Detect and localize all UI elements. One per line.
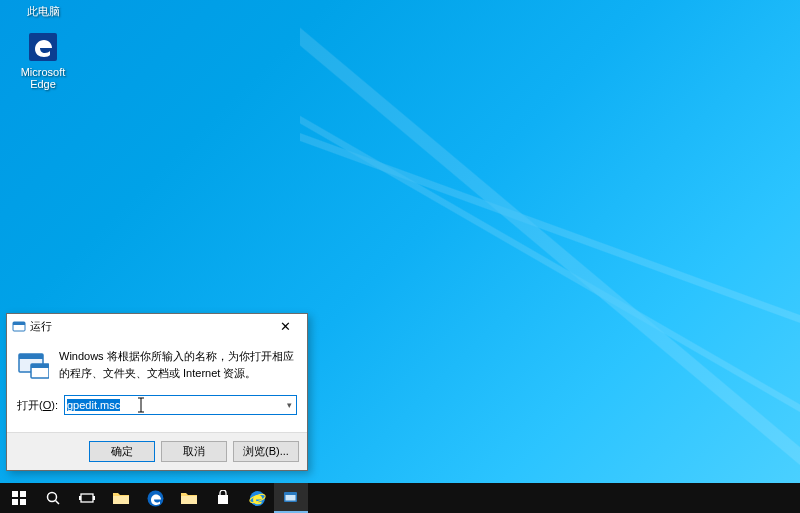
run-footer: 确定 取消 浏览(B)... (7, 432, 307, 470)
desktop-icon-edge[interactable]: Microsoft Edge (6, 30, 80, 90)
wallpaper-rays (300, 0, 800, 473)
svg-rect-12 (12, 499, 18, 505)
svg-line-15 (55, 500, 59, 504)
taskbar-running-run[interactable] (274, 483, 308, 513)
taskbar-edge[interactable] (138, 483, 172, 513)
taskbar-ie[interactable] (240, 483, 274, 513)
run-description: Windows 将根据你所输入的名称，为你打开相应的程序、文件夹、文档或 Int… (59, 348, 297, 381)
folder-icon (180, 491, 198, 505)
taskbar-folder2[interactable] (172, 483, 206, 513)
svg-rect-11 (20, 491, 26, 497)
close-button[interactable]: ✕ (268, 315, 302, 337)
svg-rect-10 (12, 491, 18, 497)
desktop-icon-thispc[interactable]: 此电脑 (6, 0, 80, 19)
edge-icon (26, 30, 60, 64)
desktop-icon-label: 此电脑 (27, 5, 60, 17)
text-cursor-icon (137, 397, 146, 413)
taskview-icon (79, 491, 95, 505)
svg-rect-9 (31, 364, 49, 368)
svg-rect-18 (93, 496, 95, 500)
open-combobox[interactable]: gpedit.msc ▾ (64, 395, 297, 415)
taskbar (0, 483, 800, 513)
open-label: 打开(O): (17, 398, 58, 413)
search-button[interactable] (36, 483, 70, 513)
svg-rect-5 (13, 322, 25, 325)
chevron-down-icon: ▾ (287, 400, 292, 410)
svg-rect-16 (81, 494, 93, 502)
open-input-value: gpedit.msc (67, 399, 120, 411)
ok-button[interactable]: 确定 (89, 441, 155, 462)
svg-rect-7 (19, 354, 43, 359)
search-icon (46, 491, 61, 506)
windows-icon (12, 491, 26, 505)
folder-icon (112, 491, 130, 505)
cancel-button[interactable]: 取消 (161, 441, 227, 462)
taskbar-folder1[interactable] (104, 483, 138, 513)
run-icon (12, 319, 26, 333)
store-icon (215, 490, 231, 506)
run-dialog: 运行 ✕ Windows 将根据你所输入的名称，为你打开相应的程序、文件夹、文档… (6, 313, 308, 471)
svg-point-14 (47, 492, 56, 501)
svg-rect-23 (286, 495, 296, 501)
start-button[interactable] (2, 483, 36, 513)
monitor-icon (26, 0, 60, 2)
taskview-button[interactable] (70, 483, 104, 513)
browse-button[interactable]: 浏览(B)... (233, 441, 299, 462)
svg-rect-13 (20, 499, 26, 505)
run-app-icon (17, 348, 49, 380)
run-icon (283, 490, 299, 504)
taskbar-store[interactable] (206, 483, 240, 513)
desktop-icon-label: Microsoft Edge (21, 66, 66, 90)
ie-icon (249, 490, 266, 507)
run-title: 运行 (30, 319, 268, 334)
edge-icon (147, 490, 164, 507)
svg-rect-17 (79, 496, 81, 500)
run-body: Windows 将根据你所输入的名称，为你打开相应的程序、文件夹、文档或 Int… (7, 338, 307, 432)
run-titlebar[interactable]: 运行 ✕ (7, 314, 307, 338)
